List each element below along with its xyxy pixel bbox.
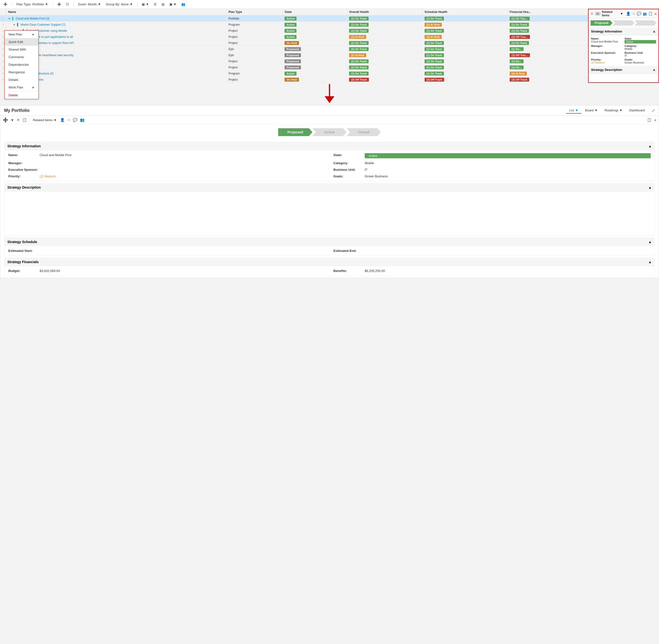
name-cell[interactable]: Test Idea [6, 65, 226, 71]
expand-btn[interactable]: ▼ [8, 17, 10, 20]
details-label: Details [8, 78, 18, 82]
context-menu-comments[interactable]: Comments [5, 53, 38, 61]
strategy-info-header[interactable]: Strategy Information ▲ [4, 142, 655, 150]
strategy-info-section-header-small[interactable]: Strategy Information ▲ [589, 28, 659, 35]
columns-button[interactable]: ▤ [160, 2, 166, 7]
context-menu-dependencies[interactable]: Dependencies [5, 61, 38, 68]
context-menu-reorganize[interactable]: Reorganize [5, 68, 38, 76]
new-plan-label: New Plan [8, 32, 22, 36]
close-icon-bottom[interactable]: ✕ [16, 117, 20, 123]
name-cell[interactable]: VOIP Phones [6, 77, 226, 83]
teams-icon[interactable]: 👥 [643, 12, 647, 16]
name-cell[interactable]: Service interface to support Rest API [6, 40, 226, 46]
chat-icon[interactable]: 💬 [637, 12, 641, 16]
context-menu-quick-edit[interactable]: Quick Edit [5, 38, 38, 46]
table-row[interactable]: ≡ Support Customer using Mobile Project … [0, 28, 588, 34]
strategy-desc-section: Strategy Description ▲ [4, 183, 655, 236]
chevron-down-icon-bottom[interactable]: ▼ [10, 117, 15, 123]
strategy-desc-header[interactable]: Strategy Description ▲ [4, 183, 655, 191]
share-button[interactable]: 👥 [180, 2, 187, 7]
name-label: Name: [591, 37, 622, 40]
name-cell[interactable]: ▼ Improve Infrastructure (4) [6, 71, 226, 77]
name-cell[interactable]: Support Customer using Mobile [6, 28, 226, 34]
name-cell[interactable]: Fabrikam [6, 46, 226, 52]
col-drag [0, 9, 6, 16]
estimated-end-row: Estimated End: [333, 249, 651, 253]
table-row[interactable]: ≡ Testing Project Proposed (1) On Track … [0, 59, 588, 65]
name-cell[interactable]: ▼ Cloud and Mobile First (3) [6, 16, 226, 22]
strat-goals-label: Goals: [333, 175, 363, 178]
table-row[interactable]: ≡ Service interface to support Rest API … [0, 40, 588, 46]
context-menu-work-plan[interactable]: Work Plan ▶ [5, 84, 38, 91]
wf-step-proposed-lg[interactable]: Proposed [278, 128, 312, 136]
col-state: State [283, 9, 347, 16]
table-row[interactable]: ≡ VOIP Phones Project On Hold (3) Off Tr… [0, 77, 588, 83]
state-cell: Proposed [283, 65, 347, 71]
display-button[interactable]: ▣ ▼ [168, 2, 178, 7]
tab-board-label: Board [585, 109, 594, 112]
add-icon-bottom[interactable]: ➕ [2, 117, 8, 123]
table-row[interactable]: ≡ Test Idea Project Proposed (1) On Trac… [0, 65, 588, 71]
list-button[interactable]: ☰ [152, 2, 158, 7]
context-menu-details[interactable]: Details [5, 76, 38, 84]
plan-name[interactable]: Cloud and Mobile First (3) [16, 17, 49, 20]
add-plan-button[interactable]: ➕ [56, 2, 63, 7]
menu-right-icon[interactable]: ≡ [654, 117, 657, 123]
plan-type-selector[interactable]: Plan Type: Portfolio ▼ [15, 2, 50, 7]
related-items-label[interactable]: Related Items [602, 10, 619, 17]
strategy-desc-section-header-small[interactable]: Strategy Description ▲ [589, 66, 659, 73]
wf-step-active-lg[interactable]: Active [312, 128, 347, 136]
copy-icon-bottom[interactable]: 📋 [22, 117, 27, 123]
table-row[interactable]: ≡ Framework to port applications to all … [0, 34, 588, 40]
context-menu-delete[interactable]: Delete [5, 91, 38, 99]
strategy-schedule-header[interactable]: Strategy Schedule ▲ [4, 238, 655, 246]
copy-icon[interactable]: 📋 [648, 12, 653, 16]
table-row[interactable]: ≡ ▼ World-Class Customer Support (7) Pro… [0, 22, 588, 28]
wf-step-closed-lg[interactable]: Closed [347, 128, 381, 136]
tab-board[interactable]: Board ▼ [582, 108, 601, 114]
name-cell[interactable]: Counter the Heartbleed web security [6, 52, 226, 59]
strategy-financials-header[interactable]: Strategy Financials ▲ [4, 258, 655, 266]
financials-grid: Budget: $3,832,069.64 Benefits: $6,205,2… [4, 266, 655, 276]
table-row[interactable]: ≡ ▼ Cloud and Mobile First (3) Portfolio… [0, 16, 588, 22]
context-menu-new-plan[interactable]: New Plan ▶ [5, 30, 38, 38]
grid-view-button[interactable]: ☷ [65, 2, 70, 7]
context-menu-shared-with[interactable]: Shared With [5, 46, 38, 53]
state-cell: On Hold [283, 77, 347, 83]
close-icon[interactable]: ✕ [591, 12, 593, 16]
table-row[interactable]: ≡ ▼ Improve Infrastructure (4) Program A… [0, 71, 588, 77]
name-cell[interactable]: ▼ World-Class Customer Support (7) [6, 22, 226, 28]
add-button[interactable]: ➕ [2, 2, 9, 7]
wf-step-closed[interactable] [635, 20, 657, 26]
tab-roadmap[interactable]: Roadmap ▼ [601, 108, 625, 114]
svg-marker-1 [325, 96, 334, 103]
person-icon[interactable]: 👤 [626, 12, 631, 16]
wf-step-active[interactable] [613, 20, 635, 26]
name-cell[interactable]: Testing [6, 59, 226, 65]
menu-icon[interactable]: ≡ [654, 12, 657, 16]
filter-button[interactable]: ▦ ▼ [140, 2, 150, 7]
copy-right-icon[interactable]: 📋 [646, 117, 652, 123]
tab-list[interactable]: List ▼ [566, 108, 581, 114]
group-by-selector[interactable]: Group By: None ▼ [104, 2, 134, 7]
table-row[interactable]: ≡ Fabrikam Epic Proposed (1) On Track (1… [0, 46, 588, 52]
plan-name[interactable]: World-Class Customer Support (7) [21, 23, 66, 26]
drag-cell: ≡ [0, 16, 6, 22]
star-icon[interactable]: ☆ [632, 12, 635, 16]
expand-icon[interactable]: ⤢ [652, 108, 655, 113]
chat-icon-bottom[interactable]: 💬 [72, 117, 78, 123]
tab-dashboard[interactable]: Dashboard [626, 108, 648, 114]
teams-icon-bottom[interactable]: 👥 [80, 117, 85, 123]
grid-container: Name Plan Type State Overall Health Sche… [0, 9, 588, 83]
related-items-btn-bottom[interactable]: Related Items ▼ [31, 118, 58, 122]
related-items-chevron[interactable]: ▼ [620, 12, 623, 16]
wf-step-proposed[interactable]: Proposed [591, 20, 613, 26]
person-icon-bottom[interactable]: 👤 [60, 117, 65, 123]
name-cell[interactable]: Framework to port applications to all [6, 34, 226, 40]
benefits-row: Benefits: $6,205,250.00 [333, 269, 651, 273]
zoom-selector[interactable]: Zoom: Month ▼ [76, 2, 103, 7]
state-cell: Active [283, 28, 347, 34]
expand-btn[interactable]: ▼ [13, 23, 15, 26]
star-icon-bottom[interactable]: ☆ [67, 117, 71, 123]
table-row[interactable]: ≡ Counter the Heartbleed web security Ep… [0, 52, 588, 59]
